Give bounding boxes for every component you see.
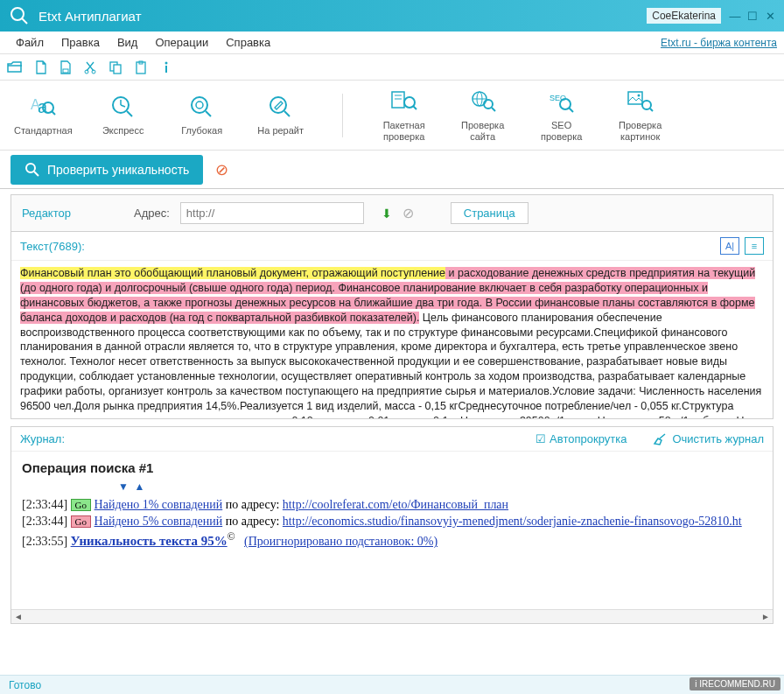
mode-label: На рерайт <box>257 125 304 136</box>
open-icon[interactable] <box>7 61 23 74</box>
mode-batch[interactable]: Пакетная проверка <box>376 88 432 141</box>
scroll-left-icon[interactable]: ◄ <box>11 612 25 621</box>
seo-icon: SEO <box>548 88 576 116</box>
etxt-link[interactable]: Etxt.ru - биржа контента <box>661 37 777 49</box>
scroll-right-icon[interactable]: ► <box>759 612 773 621</box>
sort-arrows[interactable]: ▼ ▲ <box>118 480 762 493</box>
menu-view[interactable]: Вид <box>108 33 147 52</box>
go-button[interactable]: Go <box>71 515 91 528</box>
menu-help[interactable]: Справка <box>217 33 279 52</box>
by-text: по адресу: <box>222 515 283 528</box>
svg-point-38 <box>637 95 640 97</box>
statusbar: Готово <box>0 675 784 694</box>
clock-search-icon <box>109 94 137 122</box>
svg-line-21 <box>206 111 211 116</box>
svg-rect-6 <box>114 65 121 74</box>
svg-point-41 <box>26 164 35 172</box>
menu-file[interactable]: Файл <box>7 33 52 52</box>
copy-icon[interactable] <box>108 60 122 74</box>
watermark: i IRECOMMEND.RU <box>690 677 780 690</box>
svg-line-14 <box>52 111 55 115</box>
go-button[interactable]: Go <box>71 499 91 511</box>
text-seg: это обобщающий плановый документ, отража… <box>115 267 445 279</box>
cut-icon[interactable] <box>84 60 96 74</box>
svg-point-20 <box>196 102 203 109</box>
new-doc-icon[interactable] <box>35 60 47 74</box>
clear-journal-button[interactable]: Очистить журнал <box>653 432 764 445</box>
mode-express[interactable]: Экспресс <box>95 94 151 136</box>
mode-label: Глубокая <box>181 125 222 136</box>
mode-rewrite[interactable]: На рерайт <box>253 94 309 136</box>
text-seg: Финансовый план <box>20 267 115 279</box>
tool-lines[interactable]: ≡ <box>745 237 764 255</box>
svg-rect-24 <box>392 92 404 108</box>
image-search-icon <box>626 88 654 116</box>
tab-page[interactable]: Страница <box>451 202 528 224</box>
svg-line-42 <box>34 172 38 176</box>
mode-label: Проверка картинок <box>619 120 662 141</box>
journal-row: [2:33:44] Go Найдено 1% совпадений по ад… <box>22 498 762 512</box>
svg-point-32 <box>484 100 493 109</box>
url-link[interactable]: http://coolreferat.com/eto/Финансовый_пл… <box>283 498 508 511</box>
timestamp: [2:33:44] <box>22 515 67 528</box>
mode-images[interactable]: Проверка картинок <box>612 88 668 141</box>
svg-text:SEO: SEO <box>550 94 566 102</box>
check-label: Проверить уникальность <box>47 163 189 177</box>
autoscroll-checkbox[interactable]: ☑ Автопрокрутка <box>536 432 626 445</box>
svg-point-22 <box>270 97 286 113</box>
close-button[interactable]: ✕ <box>763 10 777 22</box>
disabled-icon: ⊘ <box>402 205 414 221</box>
mode-label: SEO проверка <box>541 120 582 141</box>
titlebar: Etxt Антиплагиат CoeEkaterina — ☐ ✕ <box>0 0 784 32</box>
svg-point-39 <box>642 101 651 109</box>
mode-deep[interactable]: Глубокая <box>174 94 230 136</box>
mode-seo[interactable]: SEO SEO проверка <box>534 88 590 141</box>
window-title: Etxt Антиплагиат <box>38 9 647 24</box>
save-icon[interactable] <box>60 60 72 74</box>
url-link[interactable]: http://economics.studio/finansovyiy-mene… <box>283 515 742 528</box>
svg-rect-2 <box>63 69 68 73</box>
svg-line-18 <box>127 111 132 116</box>
operation-title: Операция поиска #1 <box>22 460 762 475</box>
mode-label: Экспресс <box>102 125 144 136</box>
cancel-icon[interactable]: ⊘ <box>215 160 228 179</box>
svg-point-0 <box>11 8 24 20</box>
svg-line-23 <box>284 111 290 116</box>
menu-operations[interactable]: Операции <box>146 33 217 52</box>
svg-point-9 <box>165 61 168 64</box>
check-uniqueness-button[interactable]: Проверить уникальность <box>10 155 203 185</box>
mode-standard[interactable]: Aa Стандартная <box>14 94 73 136</box>
svg-line-40 <box>650 109 653 111</box>
uniqueness-result[interactable]: Уникальность текста 95% <box>71 534 228 548</box>
globe-search-icon <box>469 88 497 116</box>
mode-label: Проверка сайта <box>461 120 504 141</box>
broom-icon <box>653 433 667 445</box>
download-icon[interactable]: ⬇ <box>382 207 392 221</box>
text-pane: Текст(7689): A| ≡ Финансовый план это об… <box>10 232 774 419</box>
journal-row: [2:33:44] Go Найдено 5% совпадений по ад… <box>22 515 762 529</box>
address-label: Адрес: <box>134 207 170 220</box>
toolbar-file <box>0 54 784 81</box>
journal-body: Операция поиска #1 ▼ ▲ [2:33:44] Go Найд… <box>11 452 773 609</box>
menu-edit[interactable]: Правка <box>52 33 108 52</box>
maximize-button[interactable]: ☐ <box>746 10 760 22</box>
svg-rect-37 <box>628 92 642 104</box>
found-link[interactable]: Найдено 5% совпадений <box>94 515 223 528</box>
batch-icon <box>390 88 418 116</box>
horizontal-scrollbar[interactable]: ◄ ► <box>11 609 773 623</box>
svg-line-17 <box>121 105 125 107</box>
found-link[interactable]: Найдено 1% совпадений <box>94 498 223 511</box>
address-input[interactable] <box>180 202 364 224</box>
info-icon[interactable] <box>159 60 173 74</box>
minimize-button[interactable]: — <box>728 10 742 22</box>
tool-highlight[interactable]: A| <box>720 237 739 255</box>
text-body[interactable]: Финансовый план это обобщающий плановый … <box>11 261 773 418</box>
paste-icon[interactable] <box>135 60 147 74</box>
ignored-link[interactable]: (Проигнорировано подстановок: 0%) <box>244 535 438 548</box>
mode-label: Стандартная <box>14 125 73 136</box>
separator <box>342 94 343 137</box>
status-text: Готово <box>9 679 41 691</box>
timestamp: [2:33:44] <box>22 498 67 511</box>
mode-site[interactable]: Проверка сайта <box>455 88 511 141</box>
journal-result: [2:33:55] Уникальность текста 95%© (Прои… <box>22 531 762 549</box>
